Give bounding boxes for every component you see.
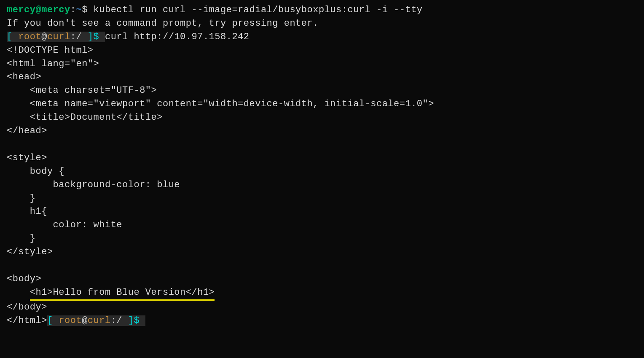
html-doctype: <!DOCTYPE html> [7, 44, 637, 57]
h1-highlighted: <h1>Hello from Blue Version</h1> [30, 286, 215, 301]
end-user: root [59, 315, 82, 326]
css-h1-close: } [7, 232, 637, 245]
final-line[interactable]: </html>[ root@curl:/ ]$ [7, 314, 637, 328]
head-close: </head> [7, 124, 637, 138]
prompt-colon: : [70, 32, 76, 42]
css-h1-open: h1{ [7, 205, 637, 218]
prompt-host: curl [47, 32, 70, 42]
end-host: curl [88, 315, 111, 326]
css-color: color: white [7, 218, 637, 232]
end-path: / [116, 315, 122, 326]
body-close: </body> [7, 301, 637, 314]
colon: : [70, 5, 76, 15]
dollar-sign: $ [82, 5, 93, 15]
info-line: If you don't see a command prompt, try p… [7, 17, 637, 30]
blank-line [7, 138, 637, 151]
prompt-user: root [18, 32, 41, 42]
h1-line: <h1>Hello from Blue Version</h1> [7, 286, 637, 301]
meta-viewport: <meta name="viewport" content="width=dev… [7, 97, 637, 111]
end-colon: : [111, 315, 117, 326]
at-sign: @ [41, 32, 47, 42]
end-dollar: $ [134, 315, 145, 326]
h1-indent [7, 287, 30, 298]
css-body-open: body { [7, 165, 637, 178]
prompt-path: / [76, 32, 82, 42]
css-bg-color: background-color: blue [7, 178, 637, 192]
bracket-open: [ [7, 32, 18, 42]
end-bracket-close: ] [122, 315, 134, 326]
end-bracket-open: [ [47, 315, 59, 326]
prompt-line-2[interactable]: [ root@curl:/ ]$ curl http://10.97.158.2… [7, 30, 637, 44]
html-close: </html> [7, 315, 47, 326]
style-open: <style> [7, 151, 637, 165]
html-tag-open: <html lang="en"> [7, 57, 637, 71]
terminal-output: mercy@mercy:~$ kubectl run curl --image=… [7, 3, 637, 328]
style-close: </style> [7, 245, 637, 259]
head-open: <head> [7, 70, 637, 84]
end-at: @ [82, 315, 88, 326]
blank-line-2 [7, 259, 637, 272]
meta-charset: <meta charset="UTF-8"> [7, 84, 637, 97]
command-text: kubectl run curl --image=radial/busyboxp… [94, 5, 423, 15]
bracket-close: ] [82, 32, 93, 42]
prompt-dollar: $ [94, 32, 105, 42]
prompt-line-1[interactable]: mercy@mercy:~$ kubectl run curl --image=… [7, 3, 637, 17]
body-open: <body> [7, 272, 637, 286]
path: ~ [76, 5, 82, 15]
curl-command: curl http://10.97.158.242 [105, 32, 250, 42]
title-tag: <title>Document</title> [7, 111, 637, 124]
css-body-close: } [7, 192, 637, 205]
user-host: mercy@mercy [7, 5, 70, 15]
